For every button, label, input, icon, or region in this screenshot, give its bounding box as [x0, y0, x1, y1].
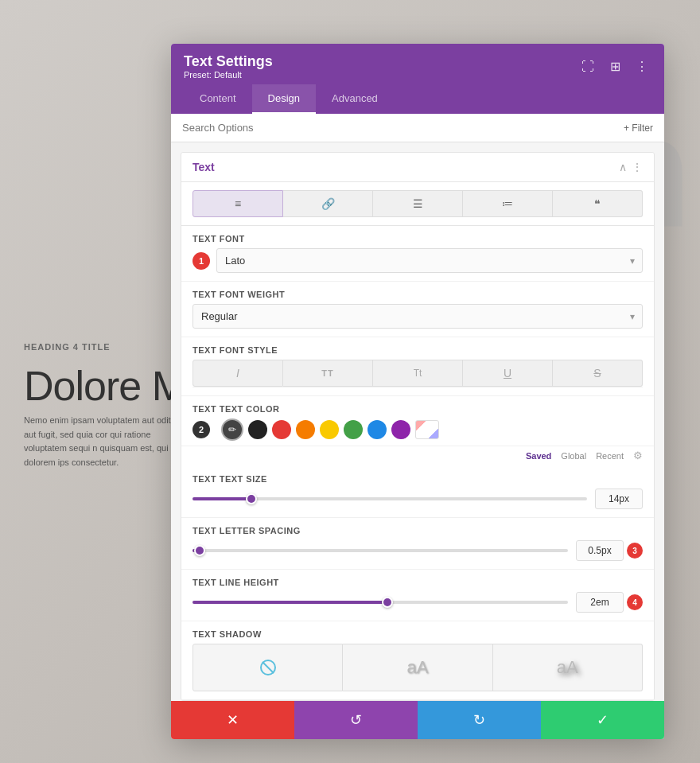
shadow-sm-icon: aA: [407, 657, 429, 678]
text-font-weight-row: Text Font Weight Regular Bold Light ▾: [181, 282, 654, 337]
swatch-red[interactable]: [272, 420, 291, 439]
undo-button[interactable]: ↺: [294, 701, 418, 739]
letter-spacing-row: Text Letter Spacing 0.5px 3: [181, 518, 654, 570]
saved-tab[interactable]: Saved: [526, 451, 551, 461]
letter-spacing-label: Text Letter Spacing: [192, 526, 643, 535]
align-quote-btn[interactable]: ❝: [553, 190, 643, 217]
color-settings-icon[interactable]: ⚙: [633, 450, 643, 461]
text-section: Text ∧ ⋮ ≡ 🔗 ☰ ≔ ❝ Text Font 1: [181, 152, 655, 701]
swatch-purple[interactable]: [391, 420, 410, 439]
panel-preset: Preset: Default: [184, 70, 273, 80]
text-size-value[interactable]: 14px: [595, 489, 643, 509]
confirm-button[interactable]: ✓: [541, 701, 664, 739]
global-tab[interactable]: Global: [561, 451, 586, 461]
color-gradient-swatch[interactable]: [415, 420, 439, 439]
swatch-orange[interactable]: [296, 420, 315, 439]
line-height-badge: 4: [627, 594, 643, 610]
text-font-label: Text Font: [192, 234, 643, 243]
text-size-label: Text Text Size: [192, 474, 643, 484]
shadow-none-btn[interactable]: [192, 644, 343, 691]
text-font-weight-label: Text Font Weight: [192, 290, 643, 299]
align-list-ol-btn[interactable]: ≔: [463, 190, 553, 217]
cancel-button[interactable]: ✕: [171, 701, 294, 739]
letter-spacing-control: 0.5px 3: [192, 540, 643, 561]
tabs: Content Design Advanced: [184, 84, 651, 114]
letter-spacing-thumb[interactable]: [194, 545, 205, 556]
line-height-row: Text Line Height 2em 4: [181, 570, 654, 621]
letter-spacing-value[interactable]: 0.5px: [576, 540, 624, 561]
columns-icon[interactable]: ⊞: [605, 57, 624, 76]
align-left-btn[interactable]: ≡: [192, 190, 283, 217]
text-size-thumb[interactable]: [246, 493, 257, 504]
panel-body: + Filter Text ∧ ⋮ ≡ 🔗 ☰ ≔ ❝ Text Font: [171, 114, 664, 701]
font-badge: 1: [192, 252, 210, 270]
recent-tab[interactable]: Recent: [596, 451, 624, 461]
tab-design[interactable]: Design: [252, 84, 316, 114]
panel-title-group: Text Settings Preset: Default: [184, 53, 273, 80]
expand-icon[interactable]: ⛶: [578, 57, 597, 76]
bg-body-text: Nemo enim ipsam voluptatem aut odit aut …: [24, 414, 175, 469]
filter-button[interactable]: + Filter: [624, 123, 653, 134]
text-font-style-label: Text Font Style: [192, 345, 643, 355]
search-input[interactable]: [182, 122, 624, 134]
header-icons: ⛶ ⊞ ⋮: [578, 57, 651, 76]
search-bar: + Filter: [171, 114, 664, 142]
line-height-value[interactable]: 2em: [576, 592, 624, 613]
panel-header: Text Settings Preset: Default ⛶ ⊞ ⋮ Cont…: [171, 44, 664, 114]
more-icon[interactable]: ⋮: [632, 57, 651, 76]
shadow-lg-btn[interactable]: aA: [493, 644, 643, 691]
swatch-yellow[interactable]: [320, 420, 339, 439]
panel-footer: ✕ ↺ ↻ ✓: [171, 701, 664, 739]
saved-tabs-row: Saved Global Recent ⚙: [181, 446, 654, 466]
preset-label: Preset:: [184, 70, 212, 80]
collapse-icon[interactable]: ∧: [619, 161, 627, 173]
text-font-weight-select[interactable]: Regular Bold Light: [192, 304, 643, 329]
swatch-black[interactable]: [248, 420, 267, 439]
text-size-row: Text Text Size 14px: [181, 466, 654, 518]
letter-spacing-track[interactable]: [192, 549, 568, 552]
text-font-select-wrapper: 1 Lato ▾: [192, 248, 643, 273]
redo-button[interactable]: ↻: [418, 701, 541, 739]
text-size-track[interactable]: [192, 497, 587, 500]
no-shadow-icon: [259, 658, 278, 677]
section-more-icon[interactable]: ⋮: [632, 161, 643, 173]
text-font-row: Text Font 1 Lato ▾: [181, 226, 654, 282]
line-height-track[interactable]: [192, 601, 568, 604]
text-shadow-row: Text Shadow aA aA: [181, 621, 654, 700]
alignment-row: ≡ 🔗 ☰ ≔ ❝: [181, 182, 654, 226]
swatch-blue[interactable]: [368, 420, 387, 439]
strikethrough-btn[interactable]: S: [553, 360, 643, 387]
align-list-btn[interactable]: ☰: [373, 190, 463, 217]
bg-heading: HEADING 4 TITLE: [24, 342, 111, 352]
small-caps-btn[interactable]: Tt: [373, 360, 463, 387]
settings-panel: Text Settings Preset: Default ⛶ ⊞ ⋮ Cont…: [171, 44, 664, 739]
line-height-control: 2em 4: [192, 592, 643, 613]
text-color-label: Text Text Color: [192, 404, 643, 414]
caps-btn[interactable]: TT: [283, 360, 373, 387]
text-size-control: 14px: [192, 489, 643, 509]
tab-content[interactable]: Content: [184, 84, 252, 114]
section-title: Text: [192, 161, 215, 173]
text-font-select[interactable]: Lato: [216, 248, 643, 273]
italic-btn[interactable]: I: [192, 360, 283, 387]
shadow-lg-icon: aA: [557, 657, 578, 678]
letter-spacing-badge: 3: [627, 543, 643, 559]
align-link-btn[interactable]: 🔗: [283, 190, 373, 217]
line-height-value-wrapper: 2em 4: [576, 592, 643, 613]
underline-btn[interactable]: U: [463, 360, 553, 387]
shadow-sm-btn[interactable]: aA: [343, 644, 492, 691]
text-size-fill: [192, 497, 251, 500]
section-header: Text ∧ ⋮: [181, 153, 654, 182]
tab-advanced[interactable]: Advanced: [316, 84, 394, 114]
line-height-thumb[interactable]: [382, 597, 393, 608]
letter-spacing-value-wrapper: 0.5px 3: [576, 540, 643, 561]
swatch-green[interactable]: [344, 420, 363, 439]
svg-line-1: [262, 662, 274, 673]
shadow-buttons: aA aA: [192, 644, 643, 691]
preset-value[interactable]: Default: [214, 70, 242, 80]
text-font-weight-select-wrapper: Regular Bold Light ▾: [192, 304, 643, 329]
line-height-label: Text Line Height: [192, 578, 643, 587]
color-badge: 2: [192, 421, 210, 438]
color-edit-swatch[interactable]: ✏: [221, 418, 243, 441]
text-shadow-label: Text Shadow: [192, 629, 643, 639]
